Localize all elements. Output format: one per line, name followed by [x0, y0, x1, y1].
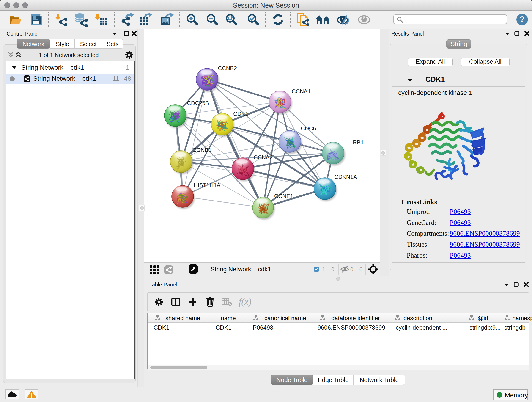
svg-text:CCNB2: CCNB2	[218, 65, 237, 71]
svg-text:CCNB1: CCNB1	[192, 147, 211, 153]
svg-text:CCNE1: CCNE1	[274, 193, 293, 199]
svg-text:CCNA1: CCNA1	[292, 88, 311, 95]
svg-text:CDKN1A: CDKN1A	[334, 174, 357, 180]
svg-text:CDC6: CDC6	[301, 125, 316, 132]
svg-text:CDC25B: CDC25B	[187, 100, 209, 106]
svg-text:HIST1H1A: HIST1H1A	[194, 182, 221, 188]
svg-text:CDK1: CDK1	[233, 111, 248, 117]
svg-text:CCNA2: CCNA2	[254, 154, 273, 160]
svg-text:RB1: RB1	[353, 139, 364, 146]
